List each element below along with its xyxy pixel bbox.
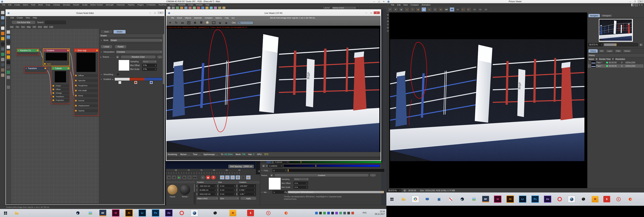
node-palette-icon[interactable] bbox=[6, 55, 10, 59]
port-dot[interactable] bbox=[75, 75, 77, 76]
blur-scale-field[interactable]: 0 % bbox=[142, 68, 157, 71]
float-slider[interactable] bbox=[288, 169, 384, 172]
menu-item[interactable]: Help bbox=[32, 17, 38, 19]
minimize-button[interactable]: — bbox=[372, 0, 376, 3]
taskbar-app-icon[interactable] bbox=[265, 210, 272, 216]
object-mode-select[interactable]: Object (Rel) bbox=[196, 197, 218, 200]
rotation-field[interactable]: -125.925 ° bbox=[238, 184, 256, 188]
taskbar-app-icon[interactable] bbox=[424, 196, 431, 202]
material-thumbnail[interactable] bbox=[167, 185, 178, 195]
taskbar-app-icon[interactable]: Ps bbox=[531, 196, 539, 203]
menu-item[interactable]: Compare bbox=[409, 4, 420, 6]
toolbar-icon[interactable]: AB bbox=[472, 7, 477, 12]
float-value[interactable]: 0 bbox=[272, 169, 287, 172]
tray-icon[interactable] bbox=[343, 212, 346, 215]
port-dot[interactable] bbox=[52, 96, 54, 97]
taskbar-app-icon[interactable]: Ai bbox=[506, 196, 514, 203]
smoothing-checkbox[interactable] bbox=[116, 73, 119, 76]
port-dot[interactable] bbox=[75, 95, 77, 96]
g-slider[interactable] bbox=[290, 161, 381, 163]
tool-icon[interactable] bbox=[176, 7, 179, 9]
node-type-tab[interactable]: Oth bbox=[32, 25, 37, 29]
toolbar-icon[interactable]: ▤ bbox=[422, 7, 426, 12]
taskbar-app-icon[interactable] bbox=[2, 210, 9, 216]
taskbar-app-icon[interactable] bbox=[556, 196, 563, 202]
taskbar-app-icon[interactable] bbox=[400, 196, 407, 202]
node-type-tab[interactable]: Mat bbox=[9, 25, 14, 29]
live-viewer-render[interactable] bbox=[166, 28, 380, 152]
mode-radio[interactable] bbox=[100, 39, 102, 41]
transport-button[interactable]: ▶ bbox=[182, 175, 187, 180]
taskbar-app-icon[interactable] bbox=[436, 196, 442, 202]
node-resize-handle[interactable]: ∷ bbox=[68, 102, 70, 104]
toolbar-icon[interactable] bbox=[218, 20, 222, 25]
panel-tab[interactable]: Shader bbox=[113, 30, 126, 34]
output-port[interactable] bbox=[96, 50, 98, 51]
node-port[interactable]: Transform bbox=[52, 95, 70, 98]
taskbar-app-icon[interactable] bbox=[580, 196, 587, 202]
close-button[interactable]: ✕ bbox=[382, 0, 386, 3]
toolbar-icon[interactable]: ◱ bbox=[427, 7, 432, 12]
material-name[interactable]: Temniy r bbox=[179, 196, 190, 198]
taskbar-app-icon[interactable]: $ bbox=[247, 210, 254, 216]
menu-item[interactable]: Objects bbox=[183, 17, 192, 19]
linear-button[interactable]: Linear bbox=[100, 45, 112, 49]
toolbar-icon[interactable]: AB bbox=[478, 7, 482, 12]
taskbar-app-icon[interactable] bbox=[212, 210, 218, 216]
move-icon[interactable]: ✛ bbox=[638, 4, 640, 6]
radial-button[interactable]: Radial bbox=[114, 45, 126, 49]
texture-expand-button[interactable]: ▸ bbox=[116, 55, 120, 59]
node-palette-icon[interactable] bbox=[6, 30, 10, 34]
material-scrollbar[interactable] bbox=[194, 184, 195, 204]
node-port[interactable]: Displacement bbox=[74, 103, 98, 108]
toolbar-icon[interactable]: ◉ bbox=[438, 7, 443, 12]
taskbar-app-icon[interactable]: RF bbox=[482, 196, 489, 202]
node-port[interactable]: Omega bbox=[52, 91, 70, 95]
toolbar-icon[interactable] bbox=[168, 20, 172, 25]
tool-icon[interactable] bbox=[218, 7, 221, 9]
collapse-icon[interactable]: ▼ bbox=[18, 50, 19, 51]
toolbar-icon[interactable]: ▼ bbox=[393, 7, 398, 12]
menu-item[interactable]: RealFlow bbox=[157, 3, 168, 6]
detail-tab[interactable]: Layer bbox=[605, 49, 614, 53]
key-button[interactable]: ? bbox=[211, 175, 216, 180]
panel-tab[interactable]: Basic bbox=[100, 30, 113, 34]
menu-item[interactable]: Snap bbox=[44, 3, 52, 6]
tool-button[interactable]: Ⓟ bbox=[236, 175, 240, 180]
transport-button[interactable]: ◀ bbox=[172, 175, 176, 180]
menu-item[interactable]: Help bbox=[204, 3, 211, 6]
taskbar-app-icon[interactable] bbox=[412, 196, 419, 203]
history-row[interactable]: Ринг * 00:00:00 0 1920x1200 bbox=[588, 64, 644, 68]
node-random-color[interactable]: ▼ Random Co ∷ bbox=[16, 48, 40, 55]
menu-item[interactable]: Motion Tracker bbox=[89, 3, 104, 6]
panel-scrollbar[interactable] bbox=[162, 34, 164, 203]
detail-tab[interactable]: Stereo bbox=[622, 49, 632, 53]
node-port[interactable]: Input bbox=[43, 63, 70, 65]
mode-select[interactable]: Simple bbox=[110, 38, 162, 42]
detail-tab[interactable]: History bbox=[588, 49, 598, 53]
taskbar-app-icon[interactable] bbox=[470, 196, 477, 202]
color-swatch[interactable] bbox=[266, 161, 271, 163]
toolbar-icon[interactable] bbox=[205, 20, 210, 25]
rotation-field[interactable]: -1.06 ° bbox=[238, 192, 256, 196]
texture-preview-swatch[interactable] bbox=[269, 178, 281, 190]
blur-scale-field[interactable]: 0 % bbox=[294, 186, 308, 189]
taskbar-app-icon[interactable] bbox=[388, 196, 395, 202]
dock-icon[interactable]: ⇕ bbox=[641, 4, 643, 6]
gradient-knot[interactable] bbox=[118, 81, 121, 84]
key-button[interactable]: ● bbox=[200, 175, 205, 180]
position-field[interactable]: 1024.419 cm bbox=[198, 192, 216, 196]
toolbar-icon[interactable]: ▼ bbox=[410, 7, 415, 12]
size-field[interactable]: 0 cm bbox=[219, 192, 236, 196]
collapse-icon[interactable]: ▼ bbox=[44, 50, 46, 51]
port-dot[interactable] bbox=[52, 89, 54, 90]
tray-icon[interactable] bbox=[339, 212, 342, 215]
sampling-select[interactable]: None bbox=[142, 60, 157, 63]
port-dot[interactable] bbox=[52, 92, 54, 94]
zoom-slider[interactable] bbox=[604, 43, 638, 46]
blur-offset-field[interactable]: 0 % bbox=[294, 182, 308, 185]
port-dot[interactable] bbox=[52, 85, 54, 87]
collapse-icon[interactable]: ▼ bbox=[52, 67, 54, 69]
toolbar-icon[interactable] bbox=[211, 20, 216, 25]
menu-item[interactable]: Gui bbox=[230, 17, 236, 19]
